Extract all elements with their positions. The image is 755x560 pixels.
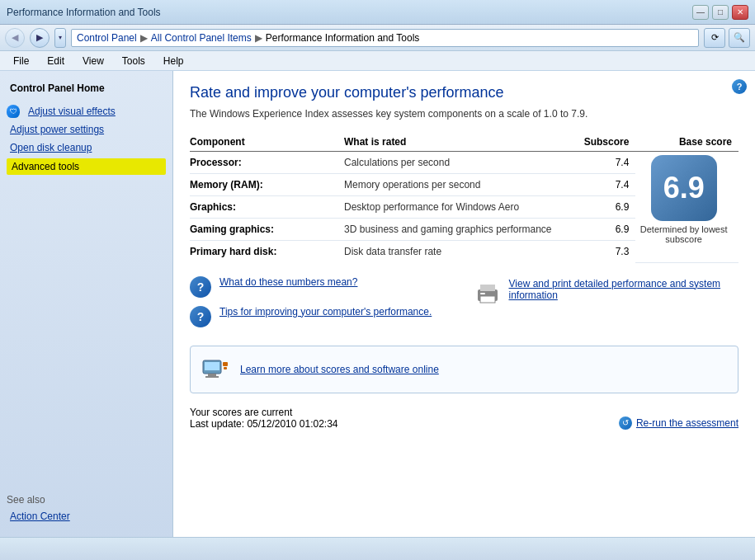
sidebar-visual-effects[interactable]: Adjust visual effects [25, 104, 119, 119]
menu-help[interactable]: Help [155, 54, 192, 68]
breadcrumb-current: Performance Information and Tools [266, 32, 420, 44]
close-button[interactable]: ✕ [732, 5, 748, 20]
sidebar-home[interactable]: Control Panel Home [7, 81, 166, 96]
online-icon [201, 355, 230, 384]
svg-rect-3 [480, 293, 485, 294]
svg-rect-7 [205, 376, 219, 378]
svg-rect-2 [480, 296, 495, 303]
address-bar: ◀ ▶ ▾ Control Panel ▶ All Control Panel … [0, 25, 755, 51]
maximize-button[interactable]: □ [712, 5, 729, 20]
status-text: Your scores are current Last update: 05/… [190, 407, 338, 430]
breadcrumb-control-panel[interactable]: Control Panel [77, 32, 137, 44]
menu-edit[interactable]: Edit [39, 54, 73, 68]
rerun-link[interactable]: Re-run the assessment [636, 417, 738, 429]
subscore-memory: 7.4 [567, 174, 635, 196]
rerun-section[interactable]: ↺ Re-run the assessment [619, 416, 738, 430]
component-disk: Primary hard disk: [190, 241, 344, 263]
view-print-link[interactable]: View and print detailed performance and … [509, 278, 739, 301]
sidebar-disk-cleanup[interactable]: Open disk cleanup [7, 140, 166, 155]
help-link-numbers[interactable]: What do these numbers mean? [219, 276, 357, 288]
base-score-cell: 6.9 Determined by lowest subscore [635, 152, 738, 263]
help-link-tips[interactable]: Tips for improving your computer's perfo… [219, 306, 432, 318]
sidebar-power-settings[interactable]: Adjust power settings [7, 122, 166, 137]
rerun-icon: ↺ [619, 416, 632, 430]
history-dropdown[interactable]: ▾ [54, 28, 66, 48]
breadcrumb-all-items[interactable]: All Control Panel Items [151, 32, 252, 44]
score-number: 6.9 [663, 173, 705, 203]
see-also-label: See also [7, 494, 166, 506]
sidebar-action-center[interactable]: Action Center [7, 509, 166, 524]
menu-bar: File Edit View Tools Help [0, 51, 755, 71]
subscore-graphics: 6.9 [567, 196, 635, 219]
col-component: Component [190, 133, 344, 152]
title-bar: Performance Information and Tools — □ ✕ [0, 0, 755, 25]
component-graphics: Graphics: [190, 196, 344, 219]
view-print-area: View and print detailed performance and … [473, 276, 739, 336]
rated-disk: Disk data transfer rate [344, 241, 567, 263]
help-button-top-right[interactable]: ? [732, 79, 747, 94]
last-update: Last update: 05/12/2010 01:02:34 [190, 418, 338, 430]
breadcrumb-bar: Control Panel ▶ All Control Panel Items … [71, 29, 699, 47]
rated-memory: Memory operations per second [344, 174, 567, 196]
online-box-link[interactable]: Learn more about scores and software onl… [240, 364, 439, 375]
address-right-controls: ⟳ 🔍 [704, 28, 750, 48]
score-description: Determined by lowest subscore [635, 224, 732, 244]
col-subscore: Subscore [567, 133, 635, 152]
help-row-2: ? Tips for improving your computer's per… [190, 306, 456, 327]
menu-file[interactable]: File [5, 54, 37, 68]
svg-rect-1 [480, 285, 495, 291]
table-row: Processor: Calculations per second 7.4 6… [190, 152, 738, 174]
svg-rect-8 [223, 362, 228, 366]
question-icon-1: ? [190, 276, 211, 298]
status-section: Your scores are current Last update: 05/… [190, 407, 738, 430]
status-bar [0, 537, 755, 560]
sidebar-visual-effects-row: 🛡 Adjust visual effects [7, 104, 166, 119]
help-links-left: ? What do these numbers mean? ? Tips for… [190, 276, 456, 336]
breadcrumb-sep-1: ▶ [140, 32, 148, 44]
main-layout: Control Panel Home 🛡 Adjust visual effec… [0, 71, 755, 537]
menu-tools[interactable]: Tools [114, 54, 153, 68]
svg-rect-5 [205, 362, 219, 370]
component-gaming: Gaming graphics: [190, 219, 344, 241]
breadcrumb-sep-2: ▶ [255, 32, 262, 44]
shield-icon: 🛡 [7, 105, 20, 118]
minimize-button[interactable]: — [692, 5, 709, 20]
back-button[interactable]: ◀ [5, 28, 25, 48]
col-what-rated: What is rated [344, 133, 567, 152]
search-button[interactable]: 🔍 [729, 28, 750, 48]
svg-rect-9 [224, 367, 227, 369]
subscore-gaming: 6.9 [567, 219, 635, 241]
online-box: Learn more about scores and software onl… [190, 346, 738, 393]
rated-graphics: Desktop performance for Windows Aero [344, 196, 567, 219]
subscore-disk: 7.3 [567, 241, 635, 263]
rated-processor: Calculations per second [344, 152, 567, 174]
sidebar-advanced-tools[interactable]: Advanced tools [7, 158, 166, 175]
svg-rect-6 [208, 374, 216, 376]
col-base-score: Base score [635, 133, 738, 152]
component-memory: Memory (RAM): [190, 174, 344, 196]
title-bar-controls: — □ ✕ [692, 5, 748, 20]
performance-table: Component What is rated Subscore Base sc… [190, 133, 738, 263]
sidebar: Control Panel Home 🛡 Adjust visual effec… [0, 71, 173, 537]
score-badge: 6.9 [651, 155, 717, 221]
content-area: ? Rate and improve your computer's perfo… [173, 71, 755, 537]
forward-button[interactable]: ▶ [30, 28, 50, 48]
scores-current: Your scores are current [190, 407, 338, 418]
rated-gaming: 3D business and gaming graphics performa… [344, 219, 567, 241]
help-row-1: ? What do these numbers mean? [190, 276, 456, 298]
see-also-section: See also Action Center [7, 484, 166, 527]
question-icon-2: ? [190, 306, 211, 327]
component-processor: Processor: [190, 152, 344, 174]
subscore-processor: 7.4 [567, 152, 635, 174]
printer-icon [473, 278, 503, 310]
title-bar-title: Performance Information and Tools [7, 7, 161, 18]
refresh-button[interactable]: ⟳ [704, 28, 725, 48]
menu-view[interactable]: View [74, 54, 112, 68]
page-subtitle: The Windows Experience Index assesses ke… [190, 108, 738, 120]
help-links-row: ? What do these numbers mean? ? Tips for… [190, 276, 738, 336]
page-title: Rate and improve your computer's perform… [190, 84, 738, 101]
